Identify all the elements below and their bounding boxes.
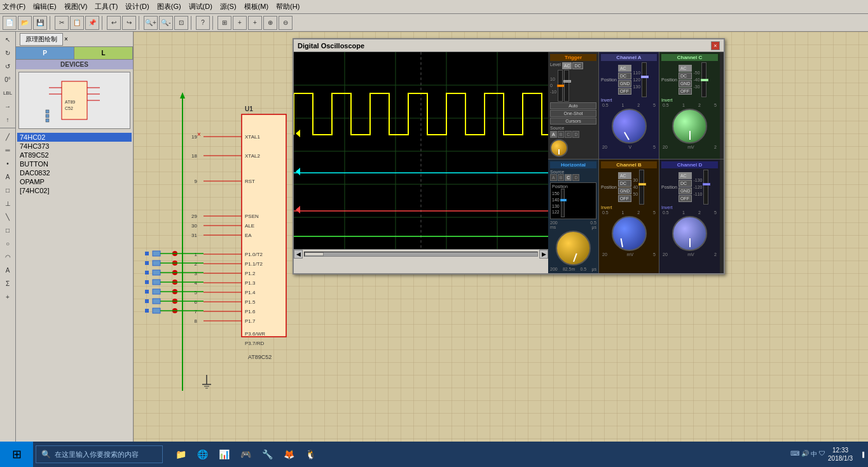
tool-select[interactable]: ↖ xyxy=(1,33,14,46)
device-74hc373[interactable]: 74HC373 xyxy=(17,142,132,151)
trigger-ac[interactable]: AC xyxy=(562,62,572,69)
start-button[interactable]: ⊞ xyxy=(0,442,33,467)
ch-b-knob[interactable] xyxy=(612,216,647,251)
ch-a-off[interactable]: OFF xyxy=(618,88,632,95)
taskbar-app4[interactable]: 🦊 xyxy=(279,444,299,464)
tb-redo[interactable]: ↪ xyxy=(122,16,136,30)
trigger-cursors[interactable]: Cursors xyxy=(550,118,596,125)
ch-d-dc[interactable]: DC xyxy=(679,180,692,187)
taskbar-file-explorer[interactable]: 📁 xyxy=(170,444,191,464)
device-button[interactable]: BUTTON xyxy=(17,159,132,168)
ch-c-off[interactable]: OFF xyxy=(679,88,692,95)
tool-plus[interactable]: + xyxy=(1,290,14,303)
ch-a-ac[interactable]: AC xyxy=(618,65,632,72)
ch-b-ac[interactable]: AC xyxy=(618,172,632,179)
tab-l[interactable]: L xyxy=(74,47,133,59)
trigger-dc[interactable]: DC xyxy=(572,62,582,69)
taskbar-app3[interactable]: 🔧 xyxy=(257,444,277,464)
ch-b-gnd[interactable]: GND xyxy=(618,187,632,194)
ch-d-slider[interactable] xyxy=(703,170,708,205)
canvas-area[interactable]: U1 19 XTAL1 18 XTAL2 9 RST xyxy=(134,32,868,449)
scroll-track[interactable] xyxy=(304,252,538,257)
tool-angle[interactable]: 0° xyxy=(1,73,14,86)
tb-open[interactable]: 📂 xyxy=(18,16,32,30)
taskbar-browser[interactable]: 🌐 xyxy=(192,444,212,464)
taskbar-app2[interactable]: 🎮 xyxy=(235,444,256,464)
ch-b-dc[interactable]: DC xyxy=(618,180,632,187)
tab-p[interactable]: P xyxy=(16,47,74,59)
device-opamp[interactable]: OPAMP xyxy=(17,177,132,186)
device-at89c52[interactable]: AT89C52 xyxy=(17,151,132,159)
tb-wire2[interactable]: + xyxy=(248,16,262,30)
tb-save[interactable]: 💾 xyxy=(33,16,47,30)
ch-d-off[interactable]: OFF xyxy=(679,195,692,202)
ch-b-off[interactable]: OFF xyxy=(618,195,632,202)
ch-c-ac[interactable]: AC xyxy=(679,65,692,72)
tab-close[interactable]: × xyxy=(64,36,68,43)
device-dac0832[interactable]: DAC0832 xyxy=(17,168,132,177)
source-a[interactable]: A xyxy=(550,131,557,138)
trigger-oneshot[interactable]: One-Shot xyxy=(550,110,596,117)
tray-antivirus[interactable]: 🛡 xyxy=(819,450,825,459)
source-d[interactable]: D xyxy=(572,131,579,138)
level-slider[interactable] xyxy=(558,70,563,102)
tool-label[interactable]: LBL xyxy=(1,86,14,99)
tool-wire[interactable]: ╱ xyxy=(1,130,14,143)
h-source-d[interactable]: D xyxy=(572,174,579,181)
level-slider2[interactable] xyxy=(564,70,569,102)
device-74hc02-2[interactable]: [74HC02] xyxy=(17,186,132,195)
ch-d-ac[interactable]: AC xyxy=(679,172,692,179)
ch-a-slider[interactable] xyxy=(642,62,647,97)
ch-c-knob[interactable] xyxy=(672,109,707,144)
h-source-c[interactable]: C xyxy=(565,174,572,181)
ch-b-slider[interactable] xyxy=(639,170,644,205)
tool-circle[interactable]: ○ xyxy=(1,237,14,250)
tray-network[interactable]: ⌨ xyxy=(790,450,799,459)
tb-help[interactable]: ? xyxy=(196,16,210,30)
tb-grid[interactable]: ⊞ xyxy=(217,16,231,30)
h-knob[interactable] xyxy=(556,231,591,266)
ch-a-gnd[interactable]: GND xyxy=(618,80,632,87)
tray-input[interactable]: 中 xyxy=(811,450,817,459)
tool-rotate2[interactable]: ↺ xyxy=(1,60,14,72)
menu-design[interactable]: 设计(D) xyxy=(125,2,149,11)
menu-template[interactable]: 模板(M) xyxy=(244,2,269,11)
device-74hc02[interactable]: 74HC02 xyxy=(17,133,132,142)
taskbar-app5[interactable]: 🐧 xyxy=(300,444,320,464)
tool-symbol[interactable]: Σ xyxy=(1,277,14,290)
menu-graph[interactable]: 图表(G) xyxy=(157,2,181,11)
trigger-auto[interactable]: Auto xyxy=(550,102,596,109)
ch-d-invert[interactable]: Invert xyxy=(661,205,718,210)
ch-d-knob[interactable] xyxy=(672,216,707,251)
tray-sound[interactable]: 🔊 xyxy=(801,450,809,459)
tb-paste[interactable]: 📌 xyxy=(85,16,99,30)
scroll-left[interactable]: ◀ xyxy=(294,250,303,259)
menu-help[interactable]: 帮助(H) xyxy=(276,2,300,11)
h-source-a[interactable]: A xyxy=(550,174,557,181)
trigger-knob[interactable] xyxy=(550,139,568,157)
tb-undo[interactable]: ↩ xyxy=(107,16,121,30)
ch-c-slider[interactable] xyxy=(701,62,706,97)
tb-zoom-in[interactable]: 🔍+ xyxy=(144,16,158,30)
tool-bus[interactable]: ═ xyxy=(1,144,14,156)
tb-new[interactable]: 📄 xyxy=(3,16,17,30)
tool-rotate[interactable]: ↻ xyxy=(1,46,14,59)
tool-text[interactable]: A xyxy=(1,264,14,276)
tool-port[interactable]: □ xyxy=(1,184,14,196)
scroll-right[interactable]: ▶ xyxy=(539,250,548,259)
ch-a-dc[interactable]: DC xyxy=(618,72,632,79)
tb-comp[interactable]: ⊕ xyxy=(263,16,277,30)
tool-arrow-r[interactable]: → xyxy=(1,100,14,112)
tb-wire[interactable]: + xyxy=(233,16,247,30)
osc-close-button[interactable]: × xyxy=(711,41,720,50)
menu-edit[interactable]: 编辑(E) xyxy=(33,2,57,11)
tb-copy[interactable]: 📋 xyxy=(70,16,84,30)
tool-junction[interactable]: • xyxy=(1,157,14,170)
ch-c-dc[interactable]: DC xyxy=(679,72,692,79)
tb-zoom-out[interactable]: 🔍- xyxy=(159,16,173,30)
tb-fit[interactable]: ⊡ xyxy=(174,16,188,30)
menu-source[interactable]: 源(S) xyxy=(220,2,237,11)
taskbar-app1[interactable]: 📊 xyxy=(214,444,234,464)
menu-tools[interactable]: 工具(T) xyxy=(95,2,118,11)
scroll-thumb[interactable] xyxy=(305,252,324,256)
